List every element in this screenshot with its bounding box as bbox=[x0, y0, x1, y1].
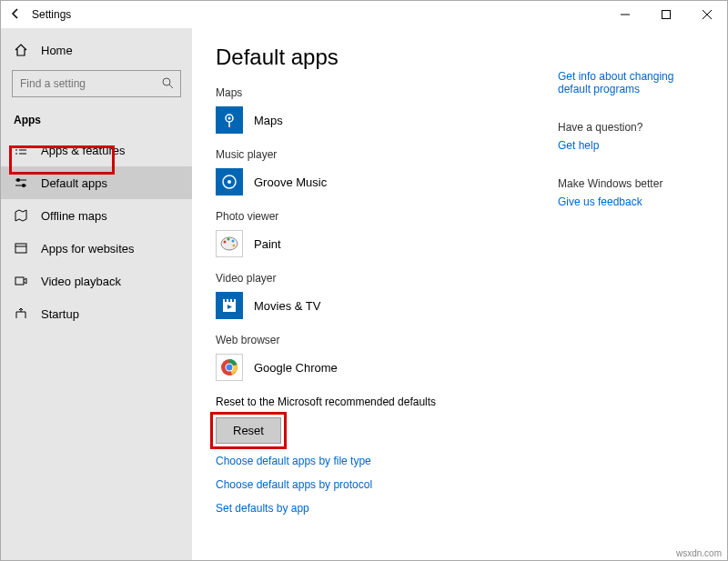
svg-point-14 bbox=[16, 178, 20, 182]
maps-icon bbox=[216, 106, 243, 134]
app-name: Maps bbox=[254, 114, 283, 127]
sidebar-item-apps-websites[interactable]: Apps for websites bbox=[1, 232, 192, 265]
video-icon bbox=[14, 274, 28, 288]
default-app-maps[interactable]: Maps bbox=[216, 106, 558, 134]
svg-point-28 bbox=[233, 245, 236, 247]
sidebar-item-apps-features[interactable]: Apps & features bbox=[1, 134, 192, 166]
paint-icon bbox=[216, 230, 243, 257]
map-icon bbox=[14, 208, 28, 223]
feedback-heading: Make Windows better bbox=[558, 177, 703, 190]
sidebar-item-label: Offline maps bbox=[41, 209, 107, 223]
link-protocol[interactable]: Choose default apps by protocol bbox=[216, 478, 558, 491]
sidebar-item-label: Apps & features bbox=[41, 144, 126, 157]
music-icon bbox=[216, 168, 243, 195]
svg-line-5 bbox=[169, 85, 173, 88]
link-file-type[interactable]: Choose default apps by file type bbox=[216, 455, 558, 467]
minimize-button[interactable] bbox=[604, 1, 645, 28]
sidebar: Home Apps Apps & features Default apps O… bbox=[1, 28, 192, 560]
svg-rect-18 bbox=[15, 277, 24, 285]
svg-point-25 bbox=[224, 241, 227, 244]
svg-point-26 bbox=[228, 238, 230, 241]
default-app-browser[interactable]: Google Chrome bbox=[216, 354, 558, 381]
svg-point-23 bbox=[228, 180, 231, 184]
svg-point-4 bbox=[163, 78, 170, 85]
sidebar-item-label: Startup bbox=[41, 307, 79, 321]
default-app-video[interactable]: Movies & TV bbox=[216, 292, 558, 319]
movies-icon bbox=[216, 292, 243, 319]
sidebar-item-label: Apps for websites bbox=[41, 242, 135, 255]
chrome-icon bbox=[216, 354, 243, 381]
sidebar-item-label: Video playback bbox=[41, 275, 121, 288]
app-name: Movies & TV bbox=[254, 299, 320, 313]
link-get-help[interactable]: Get help bbox=[558, 139, 703, 152]
default-app-photo[interactable]: Paint bbox=[216, 230, 558, 257]
page-title: Default apps bbox=[216, 45, 558, 70]
back-button[interactable] bbox=[8, 6, 23, 24]
svg-rect-16 bbox=[15, 244, 26, 253]
home-label: Home bbox=[41, 44, 73, 57]
app-name: Paint bbox=[254, 237, 281, 251]
category-label-music: Music player bbox=[216, 148, 558, 161]
home-button[interactable]: Home bbox=[1, 35, 192, 65]
app-name: Groove Music bbox=[254, 175, 327, 189]
search-input[interactable] bbox=[12, 70, 181, 97]
reset-label: Reset to the Microsoft recommended defau… bbox=[216, 396, 558, 408]
sidebar-item-label: Default apps bbox=[41, 176, 107, 190]
help-heading: Have a question? bbox=[558, 121, 703, 134]
sidebar-group-label: Apps bbox=[1, 110, 192, 134]
sidebar-item-video-playback[interactable]: Video playback bbox=[1, 265, 192, 297]
maximize-button[interactable] bbox=[645, 1, 686, 28]
category-label-maps: Maps bbox=[216, 86, 558, 99]
app-name: Google Chrome bbox=[254, 361, 338, 375]
reset-button[interactable]: Reset bbox=[216, 417, 281, 444]
sidebar-item-offline-maps[interactable]: Offline maps bbox=[1, 199, 192, 232]
link-by-app[interactable]: Set defaults by app bbox=[216, 502, 558, 515]
svg-point-36 bbox=[227, 365, 233, 371]
link-feedback[interactable]: Give us feedback bbox=[558, 195, 703, 208]
list-icon bbox=[14, 143, 28, 157]
svg-point-27 bbox=[232, 240, 235, 243]
svg-rect-33 bbox=[232, 299, 234, 302]
home-icon bbox=[14, 43, 28, 57]
watermark: wsxdn.com bbox=[676, 548, 722, 558]
window-title: Settings bbox=[32, 8, 71, 21]
link-info-programs[interactable]: Get info about changing default programs bbox=[558, 70, 703, 95]
search-icon bbox=[161, 76, 174, 92]
default-app-music[interactable]: Groove Music bbox=[216, 168, 558, 195]
website-icon bbox=[14, 241, 28, 255]
sidebar-item-startup[interactable]: Startup bbox=[1, 297, 192, 330]
startup-icon bbox=[14, 306, 28, 321]
svg-rect-32 bbox=[228, 299, 230, 302]
sidebar-item-default-apps[interactable]: Default apps bbox=[1, 166, 192, 199]
category-label-video: Video player bbox=[216, 272, 558, 285]
svg-point-20 bbox=[228, 117, 231, 120]
svg-point-15 bbox=[22, 184, 25, 187]
category-label-photo: Photo viewer bbox=[216, 210, 558, 223]
defaults-icon bbox=[14, 175, 28, 190]
svg-rect-31 bbox=[225, 299, 227, 302]
svg-rect-1 bbox=[662, 11, 670, 19]
category-label-browser: Web browser bbox=[216, 334, 558, 346]
close-button[interactable] bbox=[686, 1, 727, 28]
